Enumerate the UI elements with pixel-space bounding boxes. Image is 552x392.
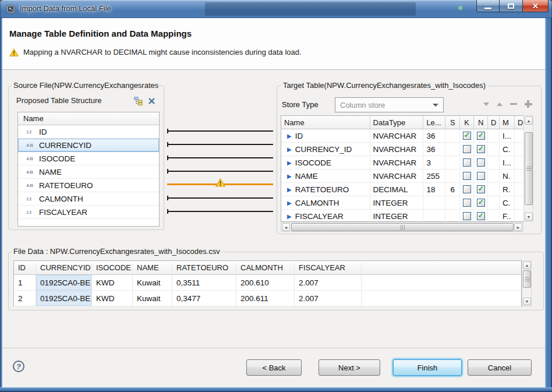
file-col-header-ratetoeuro[interactable]: RATETOEURO bbox=[172, 263, 236, 272]
target-col-mapped: C. bbox=[500, 143, 515, 156]
target-horizontal-scrollbar[interactable]: ◄ ► bbox=[281, 222, 523, 232]
source-row-fiscalyear[interactable]: 12 FISCALYEAR bbox=[18, 206, 159, 219]
source-row-name[interactable]: AB NAME bbox=[18, 165, 159, 179]
cancel-button[interactable]: Cancel bbox=[468, 359, 532, 376]
cell-id: 2 bbox=[14, 291, 36, 306]
key-checkbox[interactable] bbox=[463, 158, 471, 167]
target-row-id[interactable]: ▶ID NVARCHAR 36 I... bbox=[281, 129, 523, 143]
help-button[interactable]: ? bbox=[13, 361, 24, 372]
target-row-name[interactable]: ▶NAME NVARCHAR 255 N. bbox=[281, 169, 523, 183]
store-type-label: Store Type bbox=[282, 100, 319, 109]
target-col-header-notnull[interactable]: N bbox=[474, 116, 488, 129]
numeric-type-icon: 12 bbox=[26, 196, 39, 202]
mapping-line-id[interactable] bbox=[167, 130, 273, 132]
source-row-isocode[interactable]: AB ISOCODE bbox=[18, 152, 159, 165]
notnull-checkbox[interactable] bbox=[477, 212, 485, 220]
target-col-header-name[interactable]: Name bbox=[281, 116, 370, 129]
scroll-down-icon[interactable]: ▼ bbox=[523, 298, 531, 305]
source-column-header[interactable]: Name bbox=[18, 112, 159, 125]
title-bar[interactable]: Import Data from Local File ✕ bbox=[0, 0, 552, 18]
scroll-up-icon[interactable]: ▲ bbox=[525, 116, 533, 125]
target-col-datatype: INTEGER bbox=[370, 210, 424, 223]
target-col-header-desc[interactable]: D bbox=[515, 116, 523, 129]
file-col-header-id[interactable]: ID bbox=[14, 263, 36, 272]
target-col-header-length[interactable]: Le... bbox=[423, 116, 445, 129]
key-checkbox[interactable] bbox=[463, 185, 471, 193]
store-type-dropdown[interactable]: Column store bbox=[335, 97, 444, 112]
mapping-line-currencyid[interactable] bbox=[167, 144, 273, 145]
source-row-calmonth[interactable]: 12 CALMONTH bbox=[18, 192, 159, 206]
file-data-row-1[interactable]: 1 01925CA0-BE KWD Kuwait 0,3511 200.610 … bbox=[14, 275, 521, 291]
target-col-header-key[interactable]: K bbox=[460, 116, 474, 129]
tree-structure-icon[interactable] bbox=[134, 97, 143, 105]
file-col-header-currencyid[interactable]: CURRENCYID bbox=[36, 263, 92, 272]
source-row-id[interactable]: 12 ID bbox=[18, 125, 159, 139]
scroll-right-icon[interactable]: ► bbox=[514, 223, 522, 231]
file-col-header-calmonth[interactable]: CALMONTH bbox=[236, 263, 295, 272]
file-col-header-isocode[interactable]: ISOCODE bbox=[92, 263, 133, 272]
file-col-header-fiscalyear[interactable]: FISCALYEAR bbox=[295, 263, 362, 272]
source-row-label: CALMONTH bbox=[39, 195, 83, 203]
cell-isocode: KWD bbox=[92, 275, 133, 290]
key-checkbox[interactable] bbox=[463, 212, 471, 220]
source-row-label: ISOCODE bbox=[39, 154, 75, 163]
finish-button[interactable]: Finish bbox=[393, 359, 462, 376]
key-checkbox[interactable] bbox=[463, 132, 471, 140]
target-col-mapped: F.. bbox=[500, 210, 515, 223]
key-checkbox[interactable] bbox=[463, 199, 471, 207]
target-col-header-scale[interactable]: S bbox=[445, 116, 460, 129]
scroll-left-icon[interactable]: ◄ bbox=[282, 223, 290, 231]
import-dialog-window: Import Data from Local File ✕ Manage Tab… bbox=[0, 0, 552, 392]
scrollbar-thumb[interactable] bbox=[525, 132, 533, 205]
mapping-line-fiscalyear[interactable] bbox=[167, 211, 273, 212]
file-col-header-name[interactable]: NAME bbox=[133, 263, 172, 272]
scroll-down-icon[interactable]: ▼ bbox=[525, 213, 533, 221]
scrollbar-thumb[interactable] bbox=[523, 270, 531, 288]
target-col-mapped: C. bbox=[500, 196, 515, 209]
target-vertical-scrollbar[interactable]: ▲ ▼ bbox=[523, 115, 533, 222]
target-row-currency-id[interactable]: ▶CURRENCY_ID NVARCHAR 36 C. bbox=[281, 143, 523, 156]
move-down-icon[interactable] bbox=[483, 103, 489, 106]
target-row-ratetoeuro[interactable]: ▶RATETOEURO DECIMAL 18 6 R. bbox=[281, 183, 523, 196]
move-up-icon[interactable] bbox=[497, 103, 503, 106]
key-checkbox[interactable] bbox=[463, 172, 471, 180]
target-col-scale bbox=[445, 210, 460, 223]
notnull-checkbox[interactable] bbox=[477, 199, 485, 207]
source-row-currencyid[interactable]: AB CURRENCYID bbox=[18, 139, 159, 152]
mapping-line-calmonth[interactable] bbox=[167, 197, 273, 199]
file-data-vertical-scrollbar[interactable]: ▲ ▼ bbox=[522, 260, 532, 306]
target-col-desc bbox=[515, 143, 523, 156]
delete-column-icon[interactable] bbox=[148, 97, 155, 105]
maximize-button[interactable] bbox=[500, 0, 523, 12]
close-button[interactable]: ✕ bbox=[523, 0, 549, 12]
target-col-header-datatype[interactable]: DataType bbox=[370, 116, 424, 129]
notnull-checkbox[interactable] bbox=[477, 172, 485, 180]
background-window-artifact bbox=[458, 6, 462, 10]
mapping-line-isocode[interactable] bbox=[167, 157, 273, 158]
notnull-checkbox[interactable] bbox=[477, 185, 485, 193]
mapping-line-name[interactable] bbox=[167, 171, 273, 172]
notnull-checkbox[interactable] bbox=[477, 145, 485, 153]
target-col-header-default[interactable]: D bbox=[488, 116, 500, 129]
minimize-button[interactable] bbox=[476, 0, 500, 12]
target-col-datatype: NVARCHAR bbox=[370, 129, 424, 142]
target-row-fiscalyear[interactable]: ▶FISCALYEAR INTEGER F.. bbox=[281, 210, 523, 223]
column-marker-icon: ▶ bbox=[287, 146, 292, 153]
key-checkbox[interactable] bbox=[463, 145, 471, 153]
target-col-header-mapped[interactable]: M bbox=[500, 116, 515, 129]
window-controls: ✕ bbox=[476, 0, 549, 12]
target-row-isocode[interactable]: ▶ISOCODE NVARCHAR 3 I... bbox=[281, 156, 523, 169]
scroll-up-icon[interactable]: ▲ bbox=[523, 262, 531, 269]
notnull-checkbox[interactable] bbox=[477, 158, 485, 167]
mapping-line-ratetoeuro-warning[interactable] bbox=[167, 183, 273, 185]
file-data-row-2[interactable]: 2 01925CA0-BE KWD Kuwait 0,3477 200.611 … bbox=[14, 291, 521, 306]
remove-column-icon[interactable] bbox=[510, 103, 517, 105]
cell-currencyid: 01925CA0-BE bbox=[36, 291, 92, 306]
next-button[interactable]: Next > bbox=[319, 359, 380, 376]
target-row-calmonth[interactable]: ▶CALMONTH INTEGER C. bbox=[281, 196, 523, 210]
source-row-ratetoeuro[interactable]: AB RATETOEURO bbox=[18, 179, 159, 192]
notnull-checkbox[interactable] bbox=[477, 132, 485, 140]
back-button[interactable]: < Back bbox=[246, 359, 302, 376]
add-column-icon[interactable] bbox=[525, 100, 532, 108]
scrollbar-thumb[interactable] bbox=[291, 223, 514, 231]
